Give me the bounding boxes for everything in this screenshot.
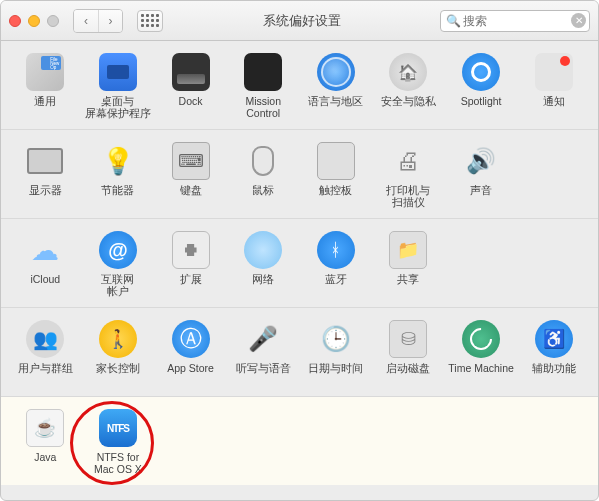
printers-label: 打印机与 扫描仪 bbox=[386, 184, 430, 208]
row-4: 👥用户与群组🚶家长控制ⒶApp Store🎤听写与语音🕒日期与时间⛁启动磁盘Ti… bbox=[1, 308, 598, 397]
preferences-window: ‹ › 系统偏好设置 🔍 ✕ 通用桌面与 屏幕保护程序DockMission C… bbox=[0, 0, 599, 501]
pref-desktop[interactable]: 桌面与 屏幕保护程序 bbox=[82, 53, 155, 119]
pref-appstore[interactable]: ⒶApp Store bbox=[154, 320, 227, 386]
energy-label: 节能器 bbox=[101, 184, 134, 208]
pref-sharing[interactable]: 📁共享 bbox=[372, 231, 445, 297]
pref-dock[interactable]: Dock bbox=[154, 53, 227, 119]
pref-lang[interactable]: 语言与地区 bbox=[300, 53, 373, 119]
general-label: 通用 bbox=[34, 95, 56, 119]
pref-timemachine[interactable]: Time Machine bbox=[445, 320, 518, 386]
internet-label: 互联网 帐户 bbox=[101, 273, 134, 297]
pref-startup[interactable]: ⛁启动磁盘 bbox=[372, 320, 445, 386]
close-button[interactable] bbox=[9, 15, 21, 27]
startup-label: 启动磁盘 bbox=[386, 362, 430, 386]
pref-users[interactable]: 👥用户与群组 bbox=[9, 320, 82, 386]
mouse-icon bbox=[244, 142, 282, 180]
search-input[interactable] bbox=[440, 10, 590, 32]
icloud-icon: ☁ bbox=[26, 231, 64, 269]
general-icon bbox=[26, 53, 64, 91]
search-box: 🔍 ✕ bbox=[440, 10, 590, 32]
forward-button[interactable]: › bbox=[98, 10, 122, 32]
traffic-lights bbox=[9, 15, 59, 27]
keyboard-label: 键盘 bbox=[180, 184, 202, 208]
network-icon bbox=[244, 231, 282, 269]
pref-general[interactable]: 通用 bbox=[9, 53, 82, 119]
prefs-panel: 通用桌面与 屏幕保护程序DockMission Control语言与地区安全与隐… bbox=[1, 41, 598, 500]
sharing-icon: 📁 bbox=[389, 231, 427, 269]
displays-icon bbox=[26, 142, 64, 180]
pref-internet[interactable]: 互联网 帐户 bbox=[82, 231, 155, 297]
ntfs-label: NTFS for Mac OS X bbox=[94, 451, 142, 475]
accessibility-label: 辅助功能 bbox=[532, 362, 576, 386]
zoom-button[interactable] bbox=[47, 15, 59, 27]
desktop-label: 桌面与 屏幕保护程序 bbox=[85, 95, 151, 119]
pref-dictation[interactable]: 🎤听写与语音 bbox=[227, 320, 300, 386]
extensions-label: 扩展 bbox=[180, 273, 202, 297]
printers-icon: 🖨 bbox=[389, 142, 427, 180]
pref-keyboard[interactable]: 键盘 bbox=[154, 142, 227, 208]
pref-mission[interactable]: Mission Control bbox=[227, 53, 300, 119]
back-button[interactable]: ‹ bbox=[74, 10, 98, 32]
pref-mouse[interactable]: 鼠标 bbox=[227, 142, 300, 208]
pref-extensions[interactable]: 扩展 bbox=[154, 231, 227, 297]
search-icon: 🔍 bbox=[446, 14, 461, 28]
energy-icon: 💡 bbox=[99, 142, 137, 180]
notif-icon bbox=[535, 53, 573, 91]
spotlight-label: Spotlight bbox=[461, 95, 502, 119]
lang-label: 语言与地区 bbox=[308, 95, 363, 119]
pref-datetime[interactable]: 🕒日期与时间 bbox=[300, 320, 373, 386]
window-title: 系统偏好设置 bbox=[171, 12, 432, 30]
pref-displays[interactable]: 显示器 bbox=[9, 142, 82, 208]
sound-icon: 🔊 bbox=[462, 142, 500, 180]
java-icon: ☕ bbox=[26, 409, 64, 447]
parental-icon: 🚶 bbox=[99, 320, 137, 358]
pref-ntfs[interactable]: NTFSNTFS for Mac OS X bbox=[82, 409, 155, 475]
row-2: 显示器💡节能器键盘鼠标触控板🖨打印机与 扫描仪🔊声音 bbox=[1, 130, 598, 219]
appstore-label: App Store bbox=[167, 362, 214, 386]
pref-network[interactable]: 网络 bbox=[227, 231, 300, 297]
desktop-icon bbox=[99, 53, 137, 91]
pref-security[interactable]: 安全与隐私 bbox=[372, 53, 445, 119]
bluetooth-label: 蓝牙 bbox=[325, 273, 347, 297]
minimize-button[interactable] bbox=[28, 15, 40, 27]
pref-sound[interactable]: 🔊声音 bbox=[445, 142, 518, 208]
ntfs-icon: NTFS bbox=[99, 409, 137, 447]
datetime-icon: 🕒 bbox=[317, 320, 355, 358]
appstore-icon: Ⓐ bbox=[172, 320, 210, 358]
parental-label: 家长控制 bbox=[96, 362, 140, 386]
pref-trackpad[interactable]: 触控板 bbox=[300, 142, 373, 208]
lang-icon bbox=[317, 53, 355, 91]
row-5-thirdparty: ☕JavaNTFSNTFS for Mac OS X bbox=[1, 397, 598, 485]
pref-accessibility[interactable]: ♿辅助功能 bbox=[517, 320, 590, 386]
show-all-button[interactable] bbox=[137, 10, 163, 32]
users-icon: 👥 bbox=[26, 320, 64, 358]
java-label: Java bbox=[34, 451, 56, 475]
pref-parental[interactable]: 🚶家长控制 bbox=[82, 320, 155, 386]
bluetooth-icon: ᚼ bbox=[317, 231, 355, 269]
pref-spotlight[interactable]: Spotlight bbox=[445, 53, 518, 119]
nav-buttons: ‹ › bbox=[73, 9, 123, 33]
pref-java[interactable]: ☕Java bbox=[9, 409, 82, 475]
dock-icon bbox=[172, 53, 210, 91]
timemachine-icon bbox=[462, 320, 500, 358]
internet-icon bbox=[99, 231, 137, 269]
displays-label: 显示器 bbox=[29, 184, 62, 208]
clear-search-icon[interactable]: ✕ bbox=[571, 13, 586, 28]
users-label: 用户与群组 bbox=[18, 362, 73, 386]
security-label: 安全与隐私 bbox=[381, 95, 436, 119]
trackpad-icon bbox=[317, 142, 355, 180]
notif-label: 通知 bbox=[543, 95, 565, 119]
pref-energy[interactable]: 💡节能器 bbox=[82, 142, 155, 208]
keyboard-icon bbox=[172, 142, 210, 180]
icloud-label: iCloud bbox=[30, 273, 60, 297]
pref-icloud[interactable]: ☁iCloud bbox=[9, 231, 82, 297]
dictation-label: 听写与语音 bbox=[236, 362, 291, 386]
spotlight-icon bbox=[462, 53, 500, 91]
pref-notif[interactable]: 通知 bbox=[517, 53, 590, 119]
datetime-label: 日期与时间 bbox=[308, 362, 363, 386]
pref-printers[interactable]: 🖨打印机与 扫描仪 bbox=[372, 142, 445, 208]
extensions-icon bbox=[172, 231, 210, 269]
pref-bluetooth[interactable]: ᚼ蓝牙 bbox=[300, 231, 373, 297]
dictation-icon: 🎤 bbox=[244, 320, 282, 358]
dock-label: Dock bbox=[179, 95, 203, 119]
